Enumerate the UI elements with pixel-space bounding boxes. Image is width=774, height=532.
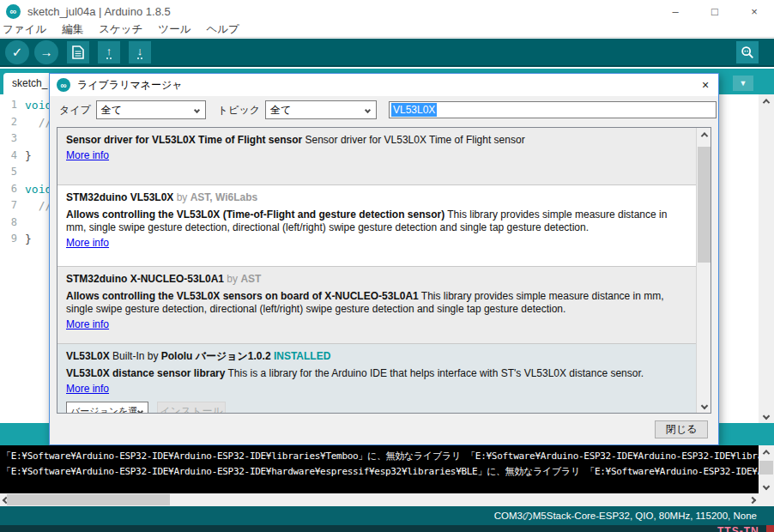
line-number: 6 — [0, 181, 17, 198]
console-horizontal-scrollbar[interactable] — [0, 493, 774, 506]
topic-filter-label: トピック — [218, 103, 260, 118]
up-arrow-icon: ↑ — [106, 45, 112, 59]
chevron-down-icon — [194, 107, 200, 113]
library-description: Allows controlling the VL53L0X (Time-of-… — [66, 209, 687, 234]
right-arrow-icon: → — [40, 45, 53, 59]
arduino-ide-window: ∞ sketch_jul04a | Arduino 1.8.5 – □ × ファ… — [0, 0, 774, 532]
list-scrollbar[interactable] — [696, 128, 711, 413]
chevron-down-icon: ▼ — [740, 79, 747, 88]
board-status-bar: COM3のM5Stack-Core-ESP32, QIO, 80MHz, 115… — [0, 506, 774, 525]
console-error-line: 「E:¥Software¥Arduino-ESP32-IDE¥Arduino-E… — [2, 449, 759, 464]
close-dialog-button[interactable]: 閉じる — [655, 420, 708, 438]
more-info-link[interactable]: More info — [66, 383, 109, 395]
topic-filter-select[interactable]: 全て — [265, 100, 377, 119]
dialog-title-bar: ∞ ライブラリマネージャ × — [50, 74, 718, 96]
dialog-close-button[interactable]: × — [692, 75, 718, 95]
library-entry[interactable]: STM32duino X-NUCLEO-53L0A1 by ASTAllows … — [57, 266, 696, 343]
library-title: STM32duino VL53L0X by AST, Wi6Labs — [66, 191, 687, 204]
search-text-selected: VL53L0X — [391, 103, 437, 117]
scroll-up-icon[interactable] — [697, 128, 711, 142]
line-number: 4 — [0, 148, 17, 165]
type-filter-label: タイプ — [59, 103, 91, 118]
library-description: VL53L0X distance sensor library This is … — [66, 367, 687, 380]
scroll-down-icon[interactable] — [697, 399, 711, 413]
scroll-up-icon[interactable] — [759, 94, 774, 108]
filter-row: タイプ 全て トピック 全て VL53L0X — [50, 96, 718, 124]
minimize-button[interactable]: – — [656, 0, 695, 22]
verify-button[interactable]: ✓ — [5, 40, 29, 64]
scroll-down-icon[interactable] — [759, 409, 774, 423]
more-info-link[interactable]: More info — [66, 149, 109, 161]
window-title: sketch_jul04a | Arduino 1.8.5 — [27, 5, 171, 18]
library-title: VL53L0X Built-In by Pololu バージョン1.0.2 IN… — [66, 350, 687, 363]
menu-item[interactable]: ツール — [158, 22, 190, 37]
more-info-link[interactable]: More info — [66, 318, 109, 330]
line-number: 8 — [0, 215, 17, 232]
scroll-down-icon[interactable] — [759, 480, 774, 493]
scroll-right-icon[interactable] — [747, 493, 759, 506]
line-number: 9 — [0, 231, 17, 248]
recording-indicator: TTS-TN — [717, 525, 759, 532]
library-description: Sensor driver for VL53L0X Time of Flight… — [66, 134, 687, 147]
menu-item[interactable]: ヘルプ — [206, 22, 239, 37]
document-icon — [72, 45, 84, 59]
check-icon: ✓ — [12, 45, 23, 60]
toolbar: ✓ → ↑ ↓ — [0, 39, 774, 67]
version-select[interactable]: バージョンを選... — [66, 402, 148, 413]
code-text — [17, 130, 25, 148]
console-error-line: 「E:¥Software¥Arduino-ESP32-IDE¥Arduino-E… — [2, 464, 759, 480]
menu-bar: ファイル編集スケッチツールヘルプ — [0, 22, 774, 38]
down-arrow-icon: ↓ — [137, 45, 143, 59]
code-text — [17, 215, 25, 232]
library-manager-dialog: ∞ ライブラリマネージャ × タイプ 全て トピック 全て VL53L0X Se… — [49, 73, 719, 445]
search-input[interactable]: VL53L0X — [389, 101, 717, 118]
line-number: 5 — [0, 164, 17, 181]
editor-scrollbar[interactable] — [759, 94, 774, 423]
library-description: Allows controlling the VL53L0X sensors o… — [66, 290, 687, 316]
scroll-up-icon[interactable] — [759, 445, 774, 459]
maximize-button[interactable]: □ — [695, 0, 735, 22]
more-info-link[interactable]: More info — [66, 237, 109, 249]
title-bar: ∞ sketch_jul04a | Arduino 1.8.5 – □ × — [0, 0, 774, 22]
menu-item[interactable]: スケッチ — [99, 22, 142, 37]
magnifier-icon — [740, 45, 755, 60]
line-number: 1 — [0, 97, 17, 114]
menu-item[interactable]: ファイル — [3, 22, 46, 37]
board-port-info: COM3のM5Stack-Core-ESP32, QIO, 80MHz, 115… — [494, 510, 757, 523]
chevron-down-icon — [137, 408, 143, 413]
console-output: 「E:¥Software¥Arduino-ESP32-IDE¥Arduino-E… — [0, 445, 759, 493]
new-sketch-button[interactable] — [67, 41, 89, 63]
type-filter-value: 全て — [101, 103, 122, 118]
line-number: 2 — [0, 114, 17, 131]
line-number: 7 — [0, 197, 17, 215]
indicator-dot — [766, 525, 774, 532]
console-scrollbar[interactable] — [759, 445, 774, 493]
bottom-overlay: TTS-TN — [0, 525, 774, 532]
save-button[interactable]: ↓ — [129, 41, 151, 63]
serial-monitor-button[interactable] — [736, 41, 759, 63]
dialog-footer: 閉じる — [50, 414, 718, 444]
library-title: STM32duino X-NUCLEO-53L0A1 by AST — [66, 273, 687, 286]
scrollbar-thumb[interactable] — [698, 147, 711, 263]
code-text: } — [17, 231, 32, 248]
topic-filter-value: 全て — [270, 103, 291, 118]
arduino-logo-icon: ∞ — [57, 78, 70, 92]
code-text: } — [17, 148, 32, 165]
scrollbar-thumb[interactable] — [759, 461, 773, 475]
upload-button[interactable]: → — [34, 40, 58, 64]
type-filter-select[interactable]: 全て — [96, 100, 206, 119]
scrollbar-thumb[interactable] — [7, 494, 170, 505]
library-entry[interactable]: Sensor driver for VL53L0X Time of Flight… — [57, 128, 696, 184]
arduino-logo-icon: ∞ — [6, 4, 21, 19]
library-list: Sensor driver for VL53L0X Time of Flight… — [57, 127, 711, 414]
library-entry[interactable]: VL53L0X Built-In by Pololu バージョン1.0.2 IN… — [57, 343, 696, 413]
dialog-title: ライブラリマネージャ — [77, 78, 183, 93]
code-text — [17, 164, 25, 181]
close-button[interactable]: × — [735, 0, 774, 22]
tab-list-button[interactable]: ▼ — [733, 76, 753, 91]
library-entry[interactable]: STM32duino VL53L0X by AST, Wi6LabsAllows… — [57, 184, 696, 266]
open-button[interactable]: ↑ — [98, 41, 120, 63]
line-number: 3 — [0, 130, 17, 148]
install-button[interactable]: インストール — [157, 402, 226, 413]
menu-item[interactable]: 編集 — [62, 22, 83, 37]
